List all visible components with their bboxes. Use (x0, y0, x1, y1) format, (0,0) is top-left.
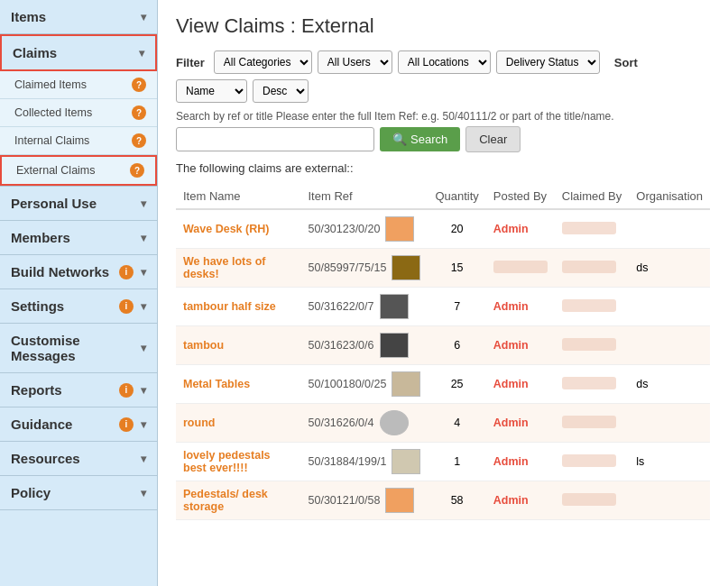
cell-organisation (629, 326, 710, 365)
sort-label: Sort (614, 56, 638, 69)
sidebar-item-build-networks[interactable]: Build Networks i ▾ (0, 255, 157, 288)
cell-item-ref: 50/100180/0/25 (301, 365, 429, 404)
sidebar-item-external-claims[interactable]: External Claims ? (0, 155, 157, 186)
cell-item-ref: 50/30121/0/58 (301, 481, 429, 520)
chevron-icon: ▾ (141, 197, 146, 210)
cell-item-ref: 50/31622/0/7 (301, 288, 429, 326)
sidebar-item-settings[interactable]: Settings i ▾ (0, 289, 157, 323)
item-name-link[interactable]: round (183, 417, 215, 429)
cell-claimed-by (555, 365, 629, 404)
sidebar-item-guidance[interactable]: Guidance i ▾ (0, 407, 157, 441)
filter-categories-select[interactable]: All Categories Category A (214, 50, 312, 74)
search-icon: 🔍 (392, 133, 407, 146)
item-ref-text: 50/30121/0/58 (309, 494, 381, 507)
sidebar-item-customise-messages[interactable]: Customise Messages ▾ (0, 324, 157, 372)
filter-label: Filter (176, 56, 205, 69)
item-name-link[interactable]: tambou (183, 339, 224, 352)
info-icon: ? (132, 105, 146, 120)
sidebar-item-reports[interactable]: Reports i ▾ (0, 373, 157, 407)
item-thumbnail (392, 371, 420, 397)
info-icon: ? (132, 133, 146, 148)
clear-button[interactable]: Clear (465, 126, 521, 152)
filter-locations-select[interactable]: All Locations (398, 50, 491, 74)
item-name-link[interactable]: We have lots of desks! (183, 255, 265, 280)
cell-quantity: 7 (428, 288, 485, 326)
cell-posted-by: Admin (486, 481, 555, 520)
cell-quantity: 4 (428, 404, 485, 443)
item-ref-text: 50/85997/75/15 (309, 261, 387, 274)
table-row: lovely pedestals best ever!!!! 50/31884/… (176, 443, 710, 481)
sidebar: Items ▾ Claims ▾ Claimed Items ? Collect… (0, 0, 158, 586)
cell-claimed-by (555, 249, 629, 288)
cell-item-ref: 50/31884/199/1 (301, 443, 429, 481)
table-row: Pedestals/ desk storage 50/30121/0/58 58… (176, 481, 710, 520)
item-thumbnail (385, 216, 414, 242)
search-input[interactable] (176, 127, 374, 151)
col-claimed-by: Claimed By (555, 184, 629, 209)
item-name-link[interactable]: tambour half size (183, 300, 276, 313)
table-row: Wave Desk (RH) 50/30123/0/20 20 Admin (176, 209, 710, 249)
search-button[interactable]: 🔍 Search (380, 127, 460, 151)
page-title: View Claims : External (176, 14, 710, 38)
table-row: We have lots of desks! 50/85997/75/15 15… (176, 249, 710, 288)
item-ref-text: 50/100180/0/25 (309, 378, 387, 390)
sidebar-item-items[interactable]: Items ▾ (0, 0, 157, 33)
cell-item-name: We have lots of desks! (176, 249, 301, 288)
item-name-link[interactable]: Wave Desk (RH) (183, 223, 269, 235)
cell-posted-by: Admin (486, 326, 555, 365)
sidebar-section-personal-use: Personal Use ▾ (0, 187, 157, 221)
cell-posted-by: Admin (486, 443, 555, 481)
posted-by-value: Admin (493, 378, 529, 390)
item-thumbnail (385, 488, 414, 513)
posted-by-value: Admin (493, 339, 529, 352)
sidebar-section-items: Items ▾ (0, 0, 157, 34)
cell-claimed-by (555, 404, 629, 443)
sidebar-item-personal-use[interactable]: Personal Use ▾ (0, 187, 157, 220)
item-thumbnail (380, 333, 409, 358)
cell-claimed-by (555, 481, 629, 520)
cell-item-name: Metal Tables (176, 365, 301, 404)
item-name-link[interactable]: Metal Tables (183, 378, 250, 390)
cell-claimed-by (555, 443, 629, 481)
posted-by-blurred (493, 261, 548, 273)
cell-item-ref: 50/31623/0/6 (301, 326, 429, 365)
filter-users-select[interactable]: All Users (318, 50, 392, 74)
chevron-icon: ▾ (139, 47, 144, 60)
claimed-by-blurred (562, 454, 616, 467)
sidebar-item-collected-items[interactable]: Collected Items ? (0, 99, 157, 127)
sort-by-select[interactable]: Name Date Quantity (176, 79, 247, 103)
sidebar-item-claimed-items[interactable]: Claimed Items ? (0, 71, 157, 99)
filter-delivery-select[interactable]: Delivery Status Delivered Pending (496, 50, 600, 74)
cell-quantity: 1 (428, 443, 485, 481)
cell-organisation (629, 209, 710, 249)
chevron-icon: ▾ (141, 232, 146, 244)
sidebar-item-internal-claims[interactable]: Internal Claims ? (0, 127, 157, 155)
claims-description: The following claims are external:: (176, 161, 710, 175)
cell-claimed-by (555, 326, 629, 365)
info-icon: ? (132, 78, 146, 92)
item-thumbnail (392, 449, 420, 474)
claimed-by-blurred (562, 299, 616, 312)
chevron-icon: ▾ (141, 300, 146, 313)
cell-organisation (629, 404, 710, 443)
claims-submenu: Claimed Items ? Collected Items ? Intern… (0, 71, 157, 186)
sidebar-section-claims: Claims ▾ Claimed Items ? Collected Items… (0, 34, 157, 187)
sidebar-item-members[interactable]: Members ▾ (0, 221, 157, 254)
item-ref-text: 50/31884/199/1 (309, 455, 387, 468)
sidebar-item-resources[interactable]: Resources ▾ (0, 442, 157, 475)
item-name-link[interactable]: Pedestals/ desk storage (183, 488, 268, 513)
cell-quantity: 25 (428, 365, 485, 404)
col-quantity: Quantity (428, 184, 485, 209)
sidebar-item-policy[interactable]: Policy ▾ (0, 476, 157, 509)
chevron-icon: ▾ (141, 418, 146, 431)
cell-claimed-by (555, 209, 629, 249)
organisation-partial: ds (636, 378, 648, 390)
cell-item-ref: 50/30123/0/20 (301, 209, 429, 249)
claimed-by-blurred (562, 416, 616, 428)
item-name-link[interactable]: lovely pedestals best ever!!!! (183, 449, 271, 474)
posted-by-value: Admin (493, 300, 529, 313)
sort-order-select[interactable]: Desc Asc (253, 79, 309, 103)
cell-organisation: ds (629, 249, 710, 288)
cell-posted-by: Admin (486, 365, 555, 404)
sidebar-item-claims[interactable]: Claims ▾ (0, 34, 157, 71)
